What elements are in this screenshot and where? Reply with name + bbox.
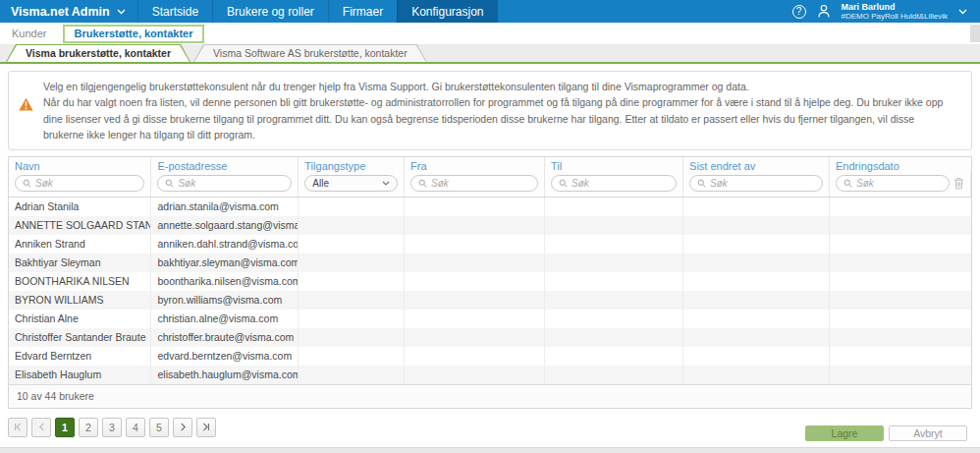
table-row[interactable]: Edvard Berntzen edvard.berntzen@visma.co… bbox=[9, 347, 971, 366]
nav-item-firmaer[interactable]: Firmaer bbox=[328, 0, 397, 23]
cell-fra bbox=[405, 347, 545, 366]
page-button-5[interactable]: 5 bbox=[149, 418, 169, 437]
page-button-4[interactable]: 4 bbox=[126, 418, 145, 437]
cell-tilgangstype bbox=[299, 310, 405, 328]
nav-item-startside[interactable]: Startside bbox=[137, 0, 212, 23]
column-header-sist-endret-av[interactable]: Sist endret av bbox=[683, 157, 830, 173]
table-row[interactable]: Anniken Strand anniken.dahl.strand@visma… bbox=[9, 235, 971, 254]
next-page-button[interactable] bbox=[173, 418, 192, 437]
cell-navn: Christoffer Santander Braute bbox=[9, 328, 151, 347]
cell-sist-endret-av bbox=[683, 235, 830, 254]
cell-sist-endret-av bbox=[683, 291, 830, 310]
cell-tilgangstype bbox=[299, 366, 405, 384]
last-page-button[interactable] bbox=[196, 418, 216, 437]
trash-icon[interactable] bbox=[953, 177, 964, 190]
app-menu[interactable]: Visma.net Admin bbox=[0, 0, 137, 23]
page-button-2[interactable]: 2 bbox=[79, 418, 98, 437]
cell-epostadresse: bakhtiyar.sleyman@visma.com bbox=[151, 254, 299, 272]
cell-til bbox=[545, 272, 683, 291]
search-icon bbox=[844, 179, 852, 188]
cell-endringsdato bbox=[829, 216, 970, 235]
search-icon bbox=[418, 179, 427, 188]
cell-endringsdato bbox=[829, 366, 970, 384]
cell-til bbox=[545, 310, 683, 328]
breadcrumb: Kunder Brukerstøtte, kontakter bbox=[0, 23, 980, 44]
column-header-fra[interactable]: Fra bbox=[405, 157, 545, 173]
column-header-endringsdato[interactable]: Endringsdato bbox=[829, 157, 970, 173]
user-menu[interactable]: Mari Barlund #DEMO PayRoll Huldt&Lillevi… bbox=[842, 2, 948, 22]
cell-fra bbox=[405, 198, 545, 216]
filter-epost-search-input[interactable] bbox=[178, 178, 284, 189]
table-row[interactable]: Bakhtiyar Sleyman bakhtiyar.sleyman@vism… bbox=[9, 254, 971, 272]
column-header-tilgangstype[interactable]: Tilgangstype bbox=[299, 157, 405, 173]
top-nav-bar: Visma.net Admin Startside Brukere og rol… bbox=[0, 0, 980, 23]
cell-navn: BOONTHARIKA NILSEN bbox=[9, 272, 151, 291]
cell-til bbox=[545, 328, 683, 347]
bottom-strip bbox=[0, 447, 980, 453]
cancel-button[interactable]: Avbryt bbox=[889, 425, 967, 441]
breadcrumb-item-brukerstotte-kontakter[interactable]: Brukerstøtte, kontakter bbox=[63, 25, 203, 43]
nav-item-konfigurasjon[interactable]: Konfigurasjon bbox=[397, 0, 497, 23]
table-row[interactable]: Elisabeth Hauglum elisabeth.hauglum@vism… bbox=[9, 366, 971, 384]
prev-page-button[interactable] bbox=[31, 418, 51, 437]
breadcrumb-item-kunder[interactable]: Kunder bbox=[12, 28, 46, 39]
chevron-down-icon[interactable] bbox=[958, 9, 967, 15]
table-row[interactable]: Christian Alne christian.alne@visma.com bbox=[9, 310, 971, 328]
column-header-til[interactable]: Til bbox=[545, 157, 683, 173]
filter-tilgangstype-select[interactable]: Alle bbox=[304, 175, 398, 192]
top-nav-right: ? Mari Barlund #DEMO PayRoll Huldt&Lille… bbox=[792, 0, 980, 23]
table-row[interactable]: Christoffer Santander Braute christoffer… bbox=[9, 328, 971, 347]
save-button[interactable]: Lagre bbox=[805, 425, 884, 441]
cell-tilgangstype bbox=[299, 328, 405, 347]
filter-til-search bbox=[551, 175, 677, 192]
vertical-scrollbar-thumb[interactable] bbox=[970, 25, 980, 42]
cell-til bbox=[545, 291, 683, 310]
cell-fra bbox=[405, 235, 545, 254]
nav-item-brukere-og-roller[interactable]: Brukere og roller bbox=[212, 0, 328, 23]
table-row[interactable]: BOONTHARIKA NILSEN boontharika.nilsen@vi… bbox=[9, 272, 971, 291]
help-icon[interactable]: ? bbox=[792, 5, 806, 19]
filter-til-search-input[interactable] bbox=[572, 178, 669, 189]
table-row[interactable]: Adrian Stanila adrian.stanila@visma.com bbox=[9, 198, 971, 216]
filter-endringsdato-search-input[interactable] bbox=[856, 178, 942, 189]
chevron-down-icon bbox=[382, 181, 390, 186]
cell-fra bbox=[405, 254, 545, 272]
cell-fra bbox=[405, 366, 545, 384]
cell-navn: Anniken Strand bbox=[9, 235, 151, 254]
first-page-button[interactable] bbox=[8, 418, 27, 437]
table-row[interactable]: ANNETTE SOLGAARD STANG annette.solgaard.… bbox=[9, 216, 971, 235]
column-header-navn[interactable]: Navn bbox=[9, 157, 151, 173]
info-text-line1: Velg en tilgjengengelig brukerstøttekons… bbox=[43, 79, 957, 94]
table-body: Adrian Stanila adrian.stanila@visma.com … bbox=[9, 198, 971, 384]
filter-navn-search-input[interactable] bbox=[35, 178, 136, 189]
warning-icon bbox=[19, 94, 33, 142]
cell-til bbox=[545, 198, 683, 216]
cell-tilgangstype bbox=[299, 272, 405, 291]
column-header-epostadresse[interactable]: E-postadresse bbox=[151, 157, 299, 173]
cell-navn: Elisabeth Hauglum bbox=[9, 366, 151, 384]
cell-epostadresse: anniken.dahl.strand@visma.com bbox=[151, 235, 299, 254]
info-panel: Velg en tilgjengengelig brukerstøttekons… bbox=[8, 71, 972, 150]
cell-til bbox=[545, 366, 683, 384]
cell-til bbox=[545, 216, 683, 235]
table-footer-count: 10 av 44 brukere bbox=[9, 384, 971, 408]
users-table: Navn E-postadresse Tilgangstype Fra Til … bbox=[8, 156, 972, 409]
cell-navn: ANNETTE SOLGAARD STANG bbox=[9, 216, 151, 235]
filter-fra-search-input[interactable] bbox=[431, 178, 530, 189]
app-title: Visma.net Admin bbox=[11, 5, 110, 19]
cell-tilgangstype bbox=[299, 254, 405, 272]
user-company: #DEMO PayRoll Huldt&Lillevik bbox=[842, 12, 948, 21]
cell-tilgangstype bbox=[299, 216, 405, 235]
filter-sist-endret-av-search-input[interactable] bbox=[710, 178, 815, 189]
cell-fra bbox=[405, 328, 545, 347]
tab-visma-software-as-brukerstotte-kontakter[interactable]: Visma Software AS brukerstøtte, kontakte… bbox=[193, 44, 427, 62]
tab-bar: Visma brukerstøtte, kontakter Visma Soft… bbox=[0, 44, 980, 64]
cell-fra bbox=[405, 310, 545, 328]
cell-endringsdato bbox=[829, 198, 970, 216]
user-icon bbox=[817, 4, 831, 19]
table-row[interactable]: BYRON WILLIAMS byron.williams@visma.com bbox=[9, 291, 971, 310]
cell-navn: Adrian Stanila bbox=[9, 198, 151, 216]
page-button-1[interactable]: 1 bbox=[55, 418, 75, 437]
tab-visma-brukerstotte-kontakter[interactable]: Visma brukerstøtte, kontakter bbox=[6, 44, 191, 62]
page-button-3[interactable]: 3 bbox=[102, 418, 122, 437]
